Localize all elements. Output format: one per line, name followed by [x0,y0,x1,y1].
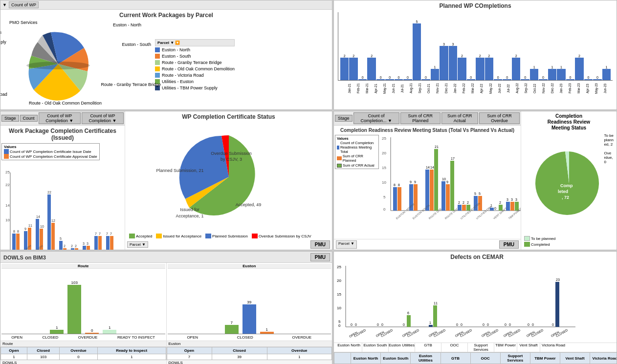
bar-6 [395,79,403,80]
svg-text:2: 2 [75,244,77,248]
bar-val-17: 0 [497,76,499,79]
bar-col-6: 0 [395,76,403,80]
label-overdue-txt2: by CSJV, 3 [220,157,242,162]
stage-btn-mid[interactable]: Stage [1,115,19,122]
count-wp-compl2-btn[interactable]: Count of WP Completion ▼ [82,112,124,124]
svg-text:8: 8 [394,183,396,187]
dowls-euston-chart: Euston 7 39 1 [167,263,332,341]
svg-text:0: 0 [381,323,383,326]
bar-columns: 2 2 0 2 0 [339,12,612,80]
el-closed: CLOSED [237,335,253,340]
svg-text:6: 6 [407,311,409,315]
bar-col-29: 1 [602,65,611,80]
svg-text:0: 0 [532,323,534,326]
bar-0 [340,58,349,80]
rl-closed: CLOSED [42,335,58,340]
cat-victoria: Victoria Road [540,343,567,352]
svg-text:15: 15 [337,292,341,297]
svg-rect-40 [430,170,434,211]
crr-toolbar[interactable]: Stage Count of Completion... ▼ Sum of CR… [334,111,521,126]
count-crr-btn[interactable]: Count of Completion... ▼ [353,112,399,124]
dowls-euston-table: Euston Open Closed Overdue 7 [167,341,332,364]
x-label-5: Jun-21 [392,81,400,96]
route-open-col: 1 [50,325,64,334]
x-label-17: Jun-22 [498,81,506,96]
legend-cert-issue: Count of WP Completion Certificate Issue… [4,149,97,154]
sum-planned-btn[interactable]: Sum of CRR Planned [400,112,441,124]
x-label-14: Mar-22 [471,81,479,96]
legend-issued-acc: Issued for Acceptance [156,234,201,238]
euston-overdue-col: 1 [260,327,274,334]
svg-text:8: 8 [17,230,19,233]
count-btn-mid[interactable]: Count [20,115,38,122]
x-label-2: Mar-21 [365,81,374,96]
svg-text:11: 11 [434,301,438,305]
bar-col-0: 2 [340,54,349,80]
cat-euston-util: Euston Utilities [389,343,415,352]
bar-col-11: 3 [440,43,448,80]
dowls-section: DOWLS on BIM3 PMU Route 1 103 [0,252,332,364]
th-e-overdue: Overdue [267,347,331,354]
svg-text:3: 3 [515,198,517,201]
defects-table-wrapper: Euston North Euston South Euston Utiliti… [334,352,617,364]
mid-left-toolbar[interactable]: Stage Count Count of WP Completion ▼ Cou… [0,111,125,126]
sum-actual-btn[interactable]: Sum of CRR Actual [441,112,478,124]
sum-overdue-btn[interactable]: Sum of CRR Overdue [479,112,520,124]
bar-20 [521,79,529,80]
x-label-19: Aug-22 [515,81,524,96]
euston-closed-col: 39 [242,300,256,334]
bar-15 [476,58,484,80]
svg-text:9: 9 [414,180,416,184]
defects-chart-area: 25 20 15 10 5 0 0 0 0 [334,261,617,343]
bar-val-18: 0 [506,76,508,79]
bar-col-17: 0 [494,76,502,80]
panel-bot-right: Defects on CEMAR 25 20 15 10 5 0 0 [333,251,617,364]
svg-text:3: 3 [83,242,85,245]
toolbar-top-left[interactable]: ▼ Count of WP [0,0,332,10]
euston-table-label: Euston [167,341,332,347]
bar-22 [539,79,547,80]
bar-col-12: 3 [449,43,457,80]
label-old-oak: Route - Old Oak Common Demolition [29,101,102,106]
svg-text:2: 2 [463,201,464,204]
dowls-charts-row: Route 1 103 0 [0,263,332,341]
wp-cert-svg: 25 22 14 10 8 8 9 11 [1,168,121,250]
td-euston-open: 7 [167,354,212,360]
dowls-toolbar[interactable]: DOWLS on BIM3 PMU [0,252,332,263]
panel-planned-wp: Planned WP COmpletions 6 5 3 2 1 0 2 [333,0,617,110]
x-label-26: Mar-23 [577,81,585,96]
bar-28 [593,79,601,80]
svg-text:0: 0 [403,323,405,326]
svg-rect-105 [407,315,411,327]
svg-text:2: 2 [71,244,73,248]
svg-text:25: 25 [337,265,341,269]
svg-text:14: 14 [5,203,10,208]
svg-rect-129 [555,282,559,327]
bar-col-22: 0 [539,76,547,80]
svg-text:10: 10 [40,225,44,228]
x-label-24: Jan-23 [559,81,568,96]
svg-text:2: 2 [499,201,501,204]
count-wp-btn[interactable]: Count of WP [9,1,39,8]
svg-text:3: 3 [507,198,508,201]
th-label [334,353,351,364]
stage-btn-crr[interactable]: Stage [335,115,353,122]
bar-val-12: 3 [452,43,454,46]
count-wp-compl-btn[interactable]: Count of WP Completion ▼ [39,112,81,124]
parcel-filter-crr[interactable]: Parcel ▼ [336,240,357,249]
bar-26 [575,58,583,80]
bar-3 [367,58,375,80]
x-label-3: Apr-21 [374,81,382,96]
dowls-route-table: Route Open Closed Overdue Ready to Inspe… [0,341,167,364]
svg-text:9: 9 [446,180,448,184]
svg-text:8: 8 [398,183,400,187]
bar-cert-vr-2 [63,248,66,250]
euston-bars-area: 7 39 1 [168,269,331,334]
bar-cert-pmo-1 [106,236,110,250]
parcel-filter-2[interactable]: Parcel ▼ [127,241,148,248]
route-overdue-col: 0 [85,328,99,334]
bar-col-16: 2 [485,54,493,80]
table-row-route: 1 103 0 1 [1,354,166,360]
svg-text:7: 7 [106,232,108,236]
label-planned-txt: Planned Submission, 21 [156,168,203,173]
